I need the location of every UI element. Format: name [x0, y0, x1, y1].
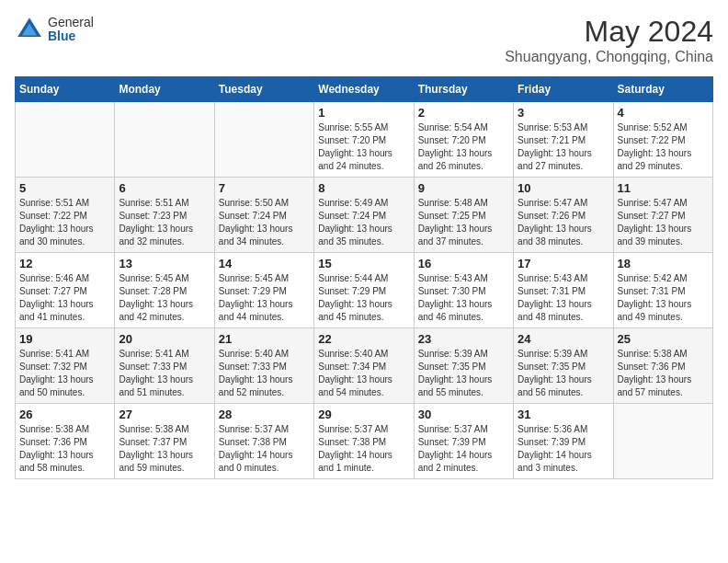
- day-number: 19: [19, 332, 110, 346]
- day-number: 20: [119, 332, 210, 346]
- calendar-cell: 9Sunrise: 5:48 AMSunset: 7:25 PMDaylight…: [414, 178, 513, 253]
- day-number: 22: [318, 332, 409, 346]
- calendar-body: 1Sunrise: 5:55 AMSunset: 7:20 PMDaylight…: [16, 102, 713, 479]
- calendar-cell: 15Sunrise: 5:44 AMSunset: 7:29 PMDayligh…: [314, 253, 414, 328]
- day-info: Sunrise: 5:53 AMSunset: 7:21 PMDaylight:…: [518, 121, 609, 173]
- day-info: Sunrise: 5:37 AMSunset: 7:39 PMDaylight:…: [418, 423, 509, 475]
- day-number: 29: [318, 408, 409, 421]
- day-info: Sunrise: 5:44 AMSunset: 7:29 PMDaylight:…: [318, 272, 409, 324]
- day-info: Sunrise: 5:39 AMSunset: 7:35 PMDaylight:…: [518, 348, 609, 399]
- calendar-cell: 4Sunrise: 5:52 AMSunset: 7:22 PMDaylight…: [613, 102, 712, 178]
- day-number: 25: [618, 332, 709, 346]
- day-info: Sunrise: 5:38 AMSunset: 7:36 PMDaylight:…: [19, 423, 110, 475]
- day-info: Sunrise: 5:49 AMSunset: 7:24 PMDaylight:…: [318, 197, 409, 248]
- weekday-header-tuesday: Tuesday: [214, 77, 313, 102]
- day-info: Sunrise: 5:40 AMSunset: 7:34 PMDaylight:…: [318, 348, 409, 399]
- weekday-header-monday: Monday: [115, 77, 214, 102]
- day-number: 11: [618, 181, 709, 195]
- calendar-cell: 19Sunrise: 5:41 AMSunset: 7:32 PMDayligh…: [16, 328, 115, 404]
- calendar-cell: 10Sunrise: 5:47 AMSunset: 7:26 PMDayligh…: [514, 178, 613, 253]
- day-info: Sunrise: 5:40 AMSunset: 7:33 PMDaylight:…: [219, 348, 310, 399]
- calendar-week-row: 12Sunrise: 5:46 AMSunset: 7:27 PMDayligh…: [16, 253, 713, 328]
- title-block: May 2024 Shuangyang, Chongqing, China: [505, 15, 713, 65]
- weekday-header-saturday: Saturday: [613, 77, 712, 102]
- day-number: 23: [418, 332, 509, 346]
- day-info: Sunrise: 5:52 AMSunset: 7:22 PMDaylight:…: [618, 121, 709, 173]
- day-number: 24: [518, 332, 609, 346]
- weekday-header-thursday: Thursday: [414, 77, 513, 102]
- day-info: Sunrise: 5:50 AMSunset: 7:24 PMDaylight:…: [219, 197, 310, 248]
- calendar-header: SundayMondayTuesdayWednesdayThursdayFrid…: [16, 77, 713, 102]
- calendar-table: SundayMondayTuesdayWednesdayThursdayFrid…: [15, 76, 713, 479]
- day-info: Sunrise: 5:38 AMSunset: 7:37 PMDaylight:…: [119, 423, 210, 475]
- day-number: 4: [618, 106, 709, 120]
- calendar-cell: 23Sunrise: 5:39 AMSunset: 7:35 PMDayligh…: [414, 328, 513, 404]
- calendar-cell: 18Sunrise: 5:42 AMSunset: 7:31 PMDayligh…: [613, 253, 712, 328]
- day-number: 1: [318, 106, 409, 120]
- day-info: Sunrise: 5:43 AMSunset: 7:31 PMDaylight:…: [518, 272, 609, 324]
- day-number: 13: [119, 257, 210, 270]
- calendar-cell: 27Sunrise: 5:38 AMSunset: 7:37 PMDayligh…: [115, 404, 214, 479]
- calendar-cell: 1Sunrise: 5:55 AMSunset: 7:20 PMDaylight…: [314, 102, 414, 178]
- calendar-cell: 22Sunrise: 5:40 AMSunset: 7:34 PMDayligh…: [314, 328, 414, 404]
- calendar-cell: 30Sunrise: 5:37 AMSunset: 7:39 PMDayligh…: [414, 404, 513, 479]
- logo-icon: [15, 15, 44, 44]
- day-number: 31: [518, 408, 609, 421]
- weekday-header-sunday: Sunday: [16, 77, 115, 102]
- calendar-cell: 21Sunrise: 5:40 AMSunset: 7:33 PMDayligh…: [214, 328, 313, 404]
- day-info: Sunrise: 5:48 AMSunset: 7:25 PMDaylight:…: [418, 197, 509, 248]
- day-number: 26: [19, 408, 110, 421]
- calendar-cell: 26Sunrise: 5:38 AMSunset: 7:36 PMDayligh…: [16, 404, 115, 479]
- calendar-week-row: 19Sunrise: 5:41 AMSunset: 7:32 PMDayligh…: [16, 328, 713, 404]
- calendar-cell: 2Sunrise: 5:54 AMSunset: 7:20 PMDaylight…: [414, 102, 513, 178]
- day-number: 7: [219, 181, 310, 195]
- day-info: Sunrise: 5:36 AMSunset: 7:39 PMDaylight:…: [518, 423, 609, 475]
- calendar-cell: 20Sunrise: 5:41 AMSunset: 7:33 PMDayligh…: [115, 328, 214, 404]
- day-number: 3: [518, 106, 609, 120]
- weekday-header-friday: Friday: [514, 77, 613, 102]
- day-number: 27: [119, 408, 210, 421]
- day-info: Sunrise: 5:54 AMSunset: 7:20 PMDaylight:…: [418, 121, 509, 173]
- day-number: 28: [219, 408, 310, 421]
- day-info: Sunrise: 5:51 AMSunset: 7:23 PMDaylight:…: [119, 197, 210, 248]
- calendar-week-row: 5Sunrise: 5:51 AMSunset: 7:22 PMDaylight…: [16, 178, 713, 253]
- day-number: 14: [219, 257, 310, 270]
- day-number: 30: [418, 408, 509, 421]
- day-number: 6: [119, 181, 210, 195]
- day-info: Sunrise: 5:43 AMSunset: 7:30 PMDaylight:…: [418, 272, 509, 324]
- day-info: Sunrise: 5:41 AMSunset: 7:32 PMDaylight:…: [19, 348, 110, 399]
- day-info: Sunrise: 5:55 AMSunset: 7:20 PMDaylight:…: [318, 121, 409, 173]
- calendar-cell: 8Sunrise: 5:49 AMSunset: 7:24 PMDaylight…: [314, 178, 414, 253]
- calendar-cell: 17Sunrise: 5:43 AMSunset: 7:31 PMDayligh…: [514, 253, 613, 328]
- day-info: Sunrise: 5:41 AMSunset: 7:33 PMDaylight:…: [119, 348, 210, 399]
- weekday-header-wednesday: Wednesday: [314, 77, 414, 102]
- calendar-week-row: 1Sunrise: 5:55 AMSunset: 7:20 PMDaylight…: [16, 102, 713, 178]
- day-info: Sunrise: 5:46 AMSunset: 7:27 PMDaylight:…: [19, 272, 110, 324]
- calendar-cell: [16, 102, 115, 178]
- day-info: Sunrise: 5:51 AMSunset: 7:22 PMDaylight:…: [19, 197, 110, 248]
- day-info: Sunrise: 5:37 AMSunset: 7:38 PMDaylight:…: [318, 423, 409, 475]
- day-number: 18: [618, 257, 709, 270]
- day-number: 15: [318, 257, 409, 270]
- day-number: 12: [19, 257, 110, 270]
- calendar-cell: 7Sunrise: 5:50 AMSunset: 7:24 PMDaylight…: [214, 178, 313, 253]
- calendar-cell: 28Sunrise: 5:37 AMSunset: 7:38 PMDayligh…: [214, 404, 313, 479]
- calendar-cell: 14Sunrise: 5:45 AMSunset: 7:29 PMDayligh…: [214, 253, 313, 328]
- day-number: 21: [219, 332, 310, 346]
- day-number: 9: [418, 181, 509, 195]
- calendar-cell: 29Sunrise: 5:37 AMSunset: 7:38 PMDayligh…: [314, 404, 414, 479]
- day-number: 10: [518, 181, 609, 195]
- day-number: 17: [518, 257, 609, 270]
- day-number: 8: [318, 181, 409, 195]
- calendar-cell: 24Sunrise: 5:39 AMSunset: 7:35 PMDayligh…: [514, 328, 613, 404]
- day-info: Sunrise: 5:38 AMSunset: 7:36 PMDaylight:…: [618, 348, 709, 399]
- weekday-header-row: SundayMondayTuesdayWednesdayThursdayFrid…: [16, 77, 713, 102]
- day-info: Sunrise: 5:39 AMSunset: 7:35 PMDaylight:…: [418, 348, 509, 399]
- calendar-cell: 6Sunrise: 5:51 AMSunset: 7:23 PMDaylight…: [115, 178, 214, 253]
- logo-blue-label: Blue: [48, 29, 94, 43]
- calendar-cell: 11Sunrise: 5:47 AMSunset: 7:27 PMDayligh…: [613, 178, 712, 253]
- day-info: Sunrise: 5:45 AMSunset: 7:28 PMDaylight:…: [119, 272, 210, 324]
- calendar-cell: [214, 102, 313, 178]
- calendar-cell: 31Sunrise: 5:36 AMSunset: 7:39 PMDayligh…: [514, 404, 613, 479]
- logo-text: General Blue: [48, 16, 94, 44]
